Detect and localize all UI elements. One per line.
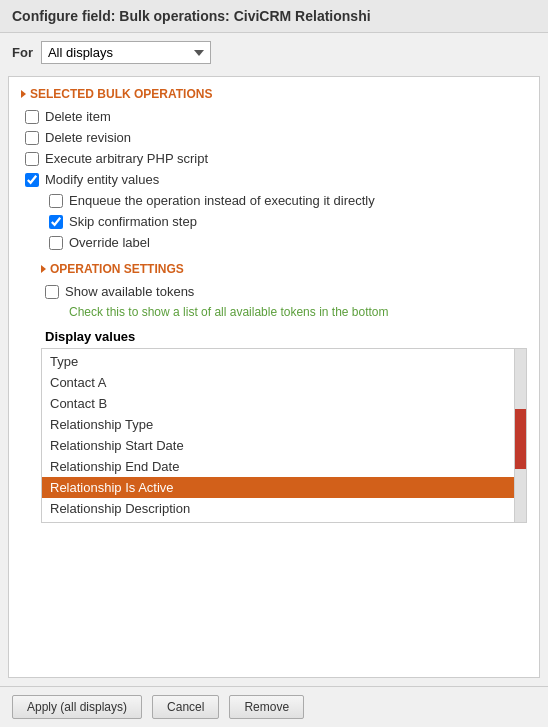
override-label-row: Override label (21, 235, 527, 250)
show-tokens-label: Show available tokens (65, 284, 194, 299)
collapse-icon (21, 90, 26, 98)
list-item[interactable]: Relationship Start Date (42, 435, 514, 456)
list-item[interactable]: Type (42, 351, 514, 372)
execute-php-label: Execute arbitrary PHP script (45, 151, 208, 166)
op-collapse-icon (41, 265, 46, 273)
for-row: For All displays Page Block (0, 33, 548, 72)
op-settings-title: OPERATION SETTINGS (41, 262, 527, 276)
display-values-listbox[interactable]: Type Contact A Contact B Relationship Ty… (42, 349, 514, 522)
skip-confirm-checkbox[interactable] (49, 215, 63, 229)
page-title: Configure field: Bulk operations: CiviCR… (0, 0, 548, 33)
enqueue-op-label: Enqueue the operation instead of executi… (69, 193, 375, 208)
apply-button[interactable]: Apply (all displays) (12, 695, 142, 719)
display-select[interactable]: All displays Page Block (41, 41, 211, 64)
list-item[interactable]: Contact B (42, 393, 514, 414)
delete-item-checkbox[interactable] (25, 110, 39, 124)
display-values-listbox-wrapper: Type Contact A Contact B Relationship Ty… (41, 348, 527, 523)
modify-entity-row: Modify entity values (21, 172, 527, 187)
list-item[interactable]: Contact A (42, 372, 514, 393)
delete-revision-row: Delete revision (21, 130, 527, 145)
display-values-label: Display values (41, 329, 527, 344)
footer: Apply (all displays) Cancel Remove (0, 686, 548, 727)
enqueue-op-row: Enqueue the operation instead of executi… (21, 193, 527, 208)
list-item[interactable]: Relationship Type (42, 414, 514, 435)
list-item[interactable]: Relationship Description (42, 498, 514, 519)
modify-entity-checkbox[interactable] (25, 173, 39, 187)
bulk-ops-section-title: SELECTED BULK OPERATIONS (21, 87, 527, 101)
cancel-button[interactable]: Cancel (152, 695, 219, 719)
override-label-checkbox[interactable] (49, 236, 63, 250)
tokens-hint: Check this to show a list of all availab… (41, 305, 527, 319)
enqueue-op-checkbox[interactable] (49, 194, 63, 208)
scrollbar-track[interactable] (514, 349, 526, 522)
override-label-label: Override label (69, 235, 150, 250)
skip-confirm-label: Skip confirmation step (69, 214, 197, 229)
main-content: SELECTED BULK OPERATIONS Delete item Del… (8, 76, 540, 678)
scrollbar-thumb[interactable] (515, 409, 526, 469)
delete-revision-label: Delete revision (45, 130, 131, 145)
remove-button[interactable]: Remove (229, 695, 304, 719)
delete-revision-checkbox[interactable] (25, 131, 39, 145)
list-item[interactable]: Relationship End Date (42, 456, 514, 477)
execute-php-checkbox[interactable] (25, 152, 39, 166)
delete-item-row: Delete item (21, 109, 527, 124)
list-item-selected[interactable]: Relationship Is Active (42, 477, 514, 498)
page-wrapper: Configure field: Bulk operations: CiviCR… (0, 0, 548, 727)
modify-entity-label: Modify entity values (45, 172, 159, 187)
delete-item-label: Delete item (45, 109, 111, 124)
skip-confirm-row: Skip confirmation step (21, 214, 527, 229)
show-tokens-row: Show available tokens (41, 284, 527, 299)
operation-settings: OPERATION SETTINGS Show available tokens… (21, 262, 527, 523)
execute-php-row: Execute arbitrary PHP script (21, 151, 527, 166)
show-tokens-checkbox[interactable] (45, 285, 59, 299)
for-label: For (12, 45, 33, 60)
